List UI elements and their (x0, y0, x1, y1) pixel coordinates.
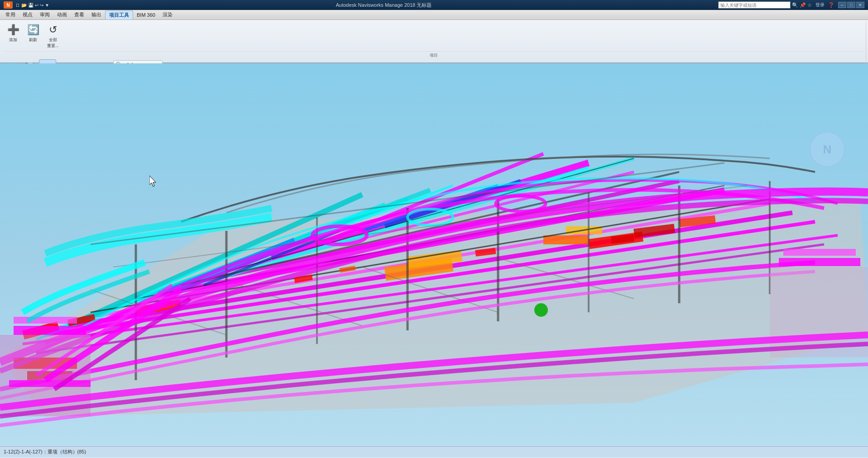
add-icon: ➕ (6, 23, 20, 37)
open-btn[interactable]: 📂 (21, 3, 27, 8)
new-btn[interactable]: 🗋 (15, 3, 20, 8)
menu-bar: 常用 视点 审阅 动画 查看 输出 项目工具 BIM 360 渲染 (0, 10, 868, 20)
menu-item-animation[interactable]: 动画 (53, 10, 71, 19)
add-button[interactable]: ➕ 添加 (4, 21, 23, 44)
star-icon: ☆ (807, 2, 812, 8)
search-icon: 🔍 (792, 2, 798, 8)
svg-rect-56 (14, 326, 86, 335)
reset-all-icon: ↺ (46, 23, 60, 37)
minimize-btn[interactable]: ─ (838, 2, 846, 8)
refresh-icon: 🔄 (26, 23, 40, 37)
help-icon[interactable]: ❓ (828, 2, 834, 8)
search-input[interactable] (718, 1, 791, 9)
undo-btn[interactable]: ↩ (35, 3, 38, 8)
svg-rect-33 (543, 235, 589, 244)
refresh-button[interactable]: 🔄 刷新 (24, 21, 43, 44)
status-bar: 1-12(2)-1-A(-127)：重项（结构）(85) (0, 446, 868, 457)
3d-scene (0, 63, 868, 457)
ribbon-group-project: ➕ 添加 🔄 刷新 ↺ 全部 重置... 项目 (2, 21, 866, 59)
menu-item-viewpoint[interactable]: 视点 (19, 10, 36, 19)
title-bar: N 🗋 📂 💾 ↩ ↪ ▼ Autodesk Navisworks Manage… (0, 0, 868, 10)
close-btn[interactable]: ✕ (856, 2, 864, 8)
pin-icon: 📌 (800, 2, 806, 8)
menu-item-review[interactable]: 审阅 (36, 10, 53, 19)
menu-item-project-tools[interactable]: 项目工具 (105, 10, 133, 19)
restore-btn[interactable]: □ (847, 2, 855, 8)
watermark: N (809, 131, 845, 167)
status-text: 1-12(2)-1-A(-127)：重项（结构）(85) (4, 448, 86, 455)
svg-rect-57 (14, 317, 77, 324)
menu-item-common[interactable]: 常用 (2, 10, 19, 19)
svg-rect-60 (779, 258, 860, 266)
search-area: 🔍 📌 ☆ (718, 1, 812, 9)
ribbon: ➕ 添加 🔄 刷新 ↺ 全部 重置... 项目 📄 选择 💾 保存 选择 (0, 20, 868, 63)
redo-btn[interactable]: ↪ (40, 3, 43, 8)
app-icon: N (4, 1, 13, 9)
menu-item-output[interactable]: 输出 (88, 10, 105, 19)
options-btn[interactable]: ▼ (45, 3, 49, 8)
menu-item-view[interactable]: 查看 (71, 10, 88, 19)
svg-rect-58 (9, 380, 91, 387)
ribbon-group-project-label: 项目 (4, 51, 864, 59)
menu-item-render[interactable]: 渲染 (159, 10, 176, 19)
svg-rect-61 (783, 249, 856, 256)
reset-all-button[interactable]: ↺ 全部 重置... (43, 21, 62, 50)
signin-btn[interactable]: 登录 (815, 2, 825, 8)
quick-access-toolbar: 🗋 📂 💾 ↩ ↪ ▼ (15, 3, 49, 8)
viewport[interactable]: N 1-12(2)-1-A(-127)：重项（结构）(85) (0, 63, 868, 457)
window-controls: ─ □ ✕ (838, 2, 864, 8)
app-title: Autodesk Navisworks Manage 2018 无标题 (49, 2, 718, 9)
svg-rect-47 (534, 303, 548, 317)
save-btn[interactable]: 💾 (28, 3, 34, 8)
menu-item-bim360[interactable]: BIM 360 (133, 11, 159, 19)
